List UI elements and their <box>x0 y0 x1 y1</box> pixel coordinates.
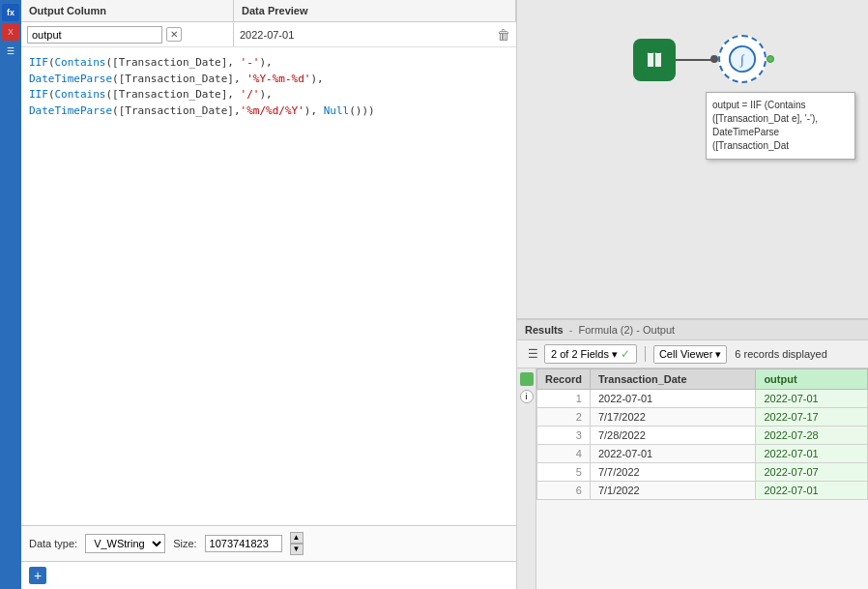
cell-record: 4 <box>537 445 591 463</box>
field-name-cell: ✕ <box>21 23 234 46</box>
formula-icon[interactable]: fx <box>2 4 19 21</box>
table-row: 6 7/1/2022 2022-07-01 <box>537 482 868 500</box>
toolbar-menu-icon[interactable]: ☰ <box>525 346 540 362</box>
results-info-icon[interactable]: i <box>520 390 534 403</box>
svg-rect-0 <box>641 46 668 74</box>
expression-icon[interactable]: X <box>2 23 19 41</box>
results-subtitle: Formula (2) - Output <box>578 324 675 336</box>
cell-date: 7/17/2022 <box>590 408 755 427</box>
results-table-wrap[interactable]: Record Transaction_Date output 1 2022-07… <box>536 368 868 589</box>
size-label: Size: <box>173 538 196 549</box>
formula-editor[interactable]: IIF(Contains([Transaction_Date], '-'), D… <box>21 47 516 526</box>
results-side-icons: i <box>517 368 536 589</box>
table-row: 2 7/17/2022 2022-07-17 <box>537 408 868 427</box>
output-column-header: Output Column <box>21 0 234 21</box>
cell-viewer-button[interactable]: Cell Viewer ▾ <box>653 345 727 364</box>
left-panel: fx X ☰ Output Column Data Preview ✕ 2022… <box>0 0 517 589</box>
field-row: ✕ 2022-07-01 🗑 <box>21 22 516 47</box>
cell-record: 6 <box>537 482 591 500</box>
side-icon-bar: fx X ☰ <box>0 0 21 589</box>
input-node[interactable] <box>633 39 676 81</box>
cell-viewer-arrow: ▾ <box>715 348 721 361</box>
cell-date: 2022-07-01 <box>590 390 755 408</box>
formula-line-3: IIF(Contains([Transaction_Date], '/'), <box>29 87 508 103</box>
cell-output: 2022-07-01 <box>756 482 868 500</box>
output-connector <box>767 55 774 63</box>
canvas-area: ∫ output = IIF (Contains ([Transaction_D… <box>517 0 868 318</box>
results-table: Record Transaction_Date output 1 2022-07… <box>536 368 868 500</box>
tooltip-text: output = IIF (Contains ([Transaction_Dat… <box>712 100 818 151</box>
cell-date: 7/1/2022 <box>590 482 755 500</box>
cell-record: 5 <box>537 463 591 482</box>
add-row: + <box>21 562 516 589</box>
results-title: Results <box>525 324 564 336</box>
connector-dot <box>710 55 718 63</box>
formula-line-1: IIF(Contains([Transaction_Date], '-'), <box>29 55 508 72</box>
col-output: output <box>756 369 868 390</box>
datatype-select[interactable]: V_WString <box>85 534 165 553</box>
fields-badge[interactable]: 2 of 2 Fields ▾ ✓ <box>544 344 637 364</box>
connector-line <box>676 59 714 61</box>
results-toolbar: ☰ 2 of 2 Fields ▾ ✓ Cell Viewer ▾ 6 reco… <box>517 340 868 368</box>
cell-output: 2022-07-01 <box>756 445 868 463</box>
col-transaction-date: Transaction_Date <box>590 369 755 390</box>
cell-record: 1 <box>537 390 591 408</box>
data-preview-header: Data Preview <box>234 0 516 21</box>
col-record: Record <box>537 369 591 390</box>
formula-line-4: DateTimeParse([Transaction_Date],'%m/%d/… <box>29 103 508 120</box>
datatype-row: Data type: V_WString Size: ▲ ▼ <box>21 526 516 562</box>
cell-date: 2022-07-01 <box>590 445 755 463</box>
cell-date: 7/7/2022 <box>590 463 755 482</box>
delete-field-button[interactable]: 🗑 <box>497 27 510 43</box>
table-row: 3 7/28/2022 2022-07-28 <box>537 427 868 445</box>
datatype-label: Data type: <box>29 538 77 549</box>
formula-line-2: DateTimeParse([Transaction_Date], '%Y-%m… <box>29 72 508 88</box>
toolbar-divider <box>645 346 646 362</box>
cell-output: 2022-07-07 <box>756 463 868 482</box>
formula-node[interactable]: ∫ <box>718 35 767 83</box>
cell-viewer-label: Cell Viewer <box>659 348 712 360</box>
cell-output: 2022-07-17 <box>756 408 868 427</box>
results-panel: Results - Formula (2) - Output ☰ 2 of 2 … <box>517 318 868 589</box>
table-body: 1 2022-07-01 2022-07-01 2 7/17/2022 2022… <box>537 390 868 500</box>
table-row: 5 7/7/2022 2022-07-07 <box>537 463 868 482</box>
cell-record: 3 <box>537 427 591 445</box>
preview-value: 2022-07-01 <box>240 29 294 41</box>
cell-record: 2 <box>537 408 591 427</box>
cell-output: 2022-07-01 <box>756 390 868 408</box>
records-label: 6 records displayed <box>735 348 826 360</box>
size-spinner: ▲ ▼ <box>290 532 304 555</box>
right-panel: ∫ output = IIF (Contains ([Transaction_D… <box>517 0 868 589</box>
list-icon[interactable]: ☰ <box>2 43 19 60</box>
preview-cell: 2022-07-01 🗑 <box>234 24 516 45</box>
cell-date: 7/28/2022 <box>590 427 755 445</box>
fields-dropdown-arrow: ▾ <box>612 348 618 361</box>
table-row: 4 2022-07-01 2022-07-01 <box>537 445 868 463</box>
results-content: i Record Transaction_Date output 1 2022-… <box>517 368 868 589</box>
table-header: Record Transaction_Date output <box>537 369 868 390</box>
table-row: 1 2022-07-01 2022-07-01 <box>537 390 868 408</box>
add-field-button[interactable]: + <box>29 567 46 584</box>
size-up-button[interactable]: ▲ <box>290 532 304 544</box>
node-tooltip: output = IIF (Contains ([Transaction_Dat… <box>706 92 855 160</box>
cell-output: 2022-07-28 <box>756 427 868 445</box>
results-green-icon[interactable] <box>520 372 534 386</box>
check-icon: ✓ <box>621 347 630 361</box>
size-down-button[interactable]: ▼ <box>290 544 304 555</box>
fields-label: 2 of 2 Fields <box>551 348 609 360</box>
column-headers: Output Column Data Preview <box>21 0 516 22</box>
size-input[interactable] <box>205 535 282 552</box>
clear-field-button[interactable]: ✕ <box>166 27 182 42</box>
results-header: Results - Formula (2) - Output <box>517 320 868 340</box>
field-name-input[interactable] <box>27 26 162 44</box>
